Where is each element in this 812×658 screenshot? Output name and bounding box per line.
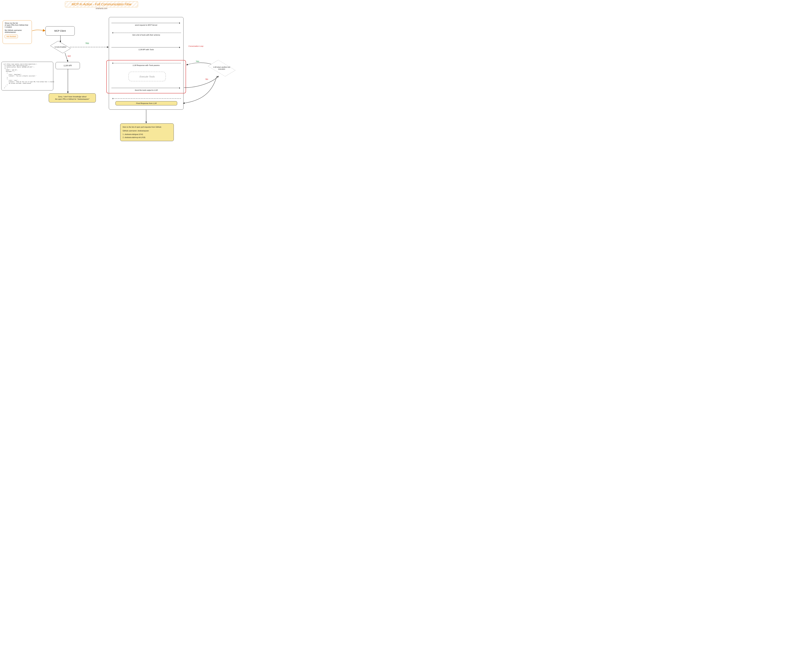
prompt-line: I created. xyxy=(5,26,30,28)
seq-step: LLM Response with Tools params xyxy=(120,64,172,66)
loop-yes-label: Yes xyxy=(196,60,199,63)
diagram-stage: MCP In Action - Full Communication Flow … xyxy=(0,0,244,146)
prompt-line: Show me the list xyxy=(5,22,30,24)
final-response-box: Final Response from LLM xyxy=(116,101,177,105)
seq-step: Get a list of tools with their schema xyxy=(111,34,181,36)
conversation-loop-label: Conversation Loop xyxy=(188,45,203,47)
mcp-client-node: MCP Client xyxy=(45,26,75,36)
seq-step: send request to MCP Server xyxy=(111,24,181,26)
ask-assistant-button[interactable]: Ask Assistant xyxy=(5,35,18,38)
prompt-line: of open PRs from GitHub that xyxy=(5,24,30,26)
seq-step: LLM API with Tools xyxy=(111,49,181,50)
final-result-box: Here is the list of open pull requests f… xyxy=(120,124,174,141)
loop-no-label: No xyxy=(205,78,208,80)
sequence-container: send request to MCP Server Get a list of… xyxy=(109,17,183,110)
diagram-title: MCP In Action - Full Communication Flow xyxy=(65,1,138,7)
llm-return-decision: LLM return another tool execution xyxy=(210,61,234,75)
diagram-subtitle: shaharia.com xyxy=(65,7,138,9)
llm-api-node: LLM API xyxy=(56,62,80,69)
curl-code: curl https://api.openai.com/v1/chat/comp… xyxy=(3,64,51,89)
prompt-line: shahariaazam xyxy=(5,31,30,33)
sorry-response-box: Sorry, I don't have knowledge about the … xyxy=(49,93,96,102)
prompt-line: My GitHub username: xyxy=(5,29,30,31)
user-prompt-bubble: Show me the list of open PRs from GitHub… xyxy=(3,20,32,44)
svg-line-2 xyxy=(65,53,68,62)
result-line: 1. shaharia-lab/goai (#14) xyxy=(122,133,171,136)
execute-tools-box: Execute Tools xyxy=(129,72,166,81)
result-line: Here is the list of open pull requests f… xyxy=(122,125,171,128)
no-label: NO xyxy=(67,55,71,57)
result-line: GitHub username: shahariaazam xyxy=(122,129,171,132)
is-tools-enabled-decision: Is tools Enabled xyxy=(52,41,69,53)
result-line: 2. shaharia-lab/mcp-kit (#18) xyxy=(122,136,171,139)
seq-step: Send the tools output to LLM xyxy=(111,89,181,91)
curl-code-card: curl https://api.openai.com/v1/chat/comp… xyxy=(1,62,53,91)
yes-label: Yes xyxy=(85,42,89,44)
